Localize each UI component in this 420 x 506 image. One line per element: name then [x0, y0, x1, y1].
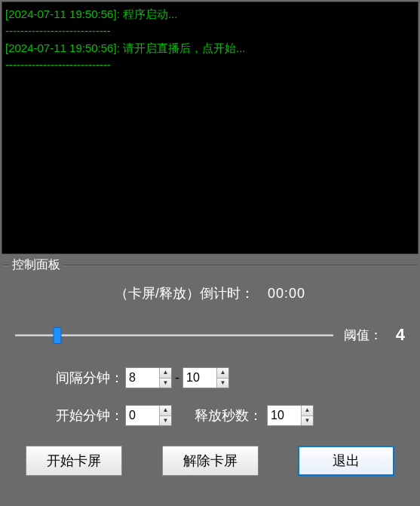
- spin-down-icon[interactable]: ▼: [160, 416, 171, 426]
- countdown-label: （卡屏/释放）倒计时：: [115, 284, 254, 302]
- log-entry: [2024-07-11 19:50:56]: 程序启动...: [5, 7, 415, 22]
- control-panel: 控制面板 （卡屏/释放）倒计时： 00:00 阈值： 4 间隔分钟： ▲ ▼ -…: [3, 259, 417, 500]
- spin-up-icon[interactable]: ▲: [217, 368, 228, 379]
- spin-up-icon[interactable]: ▲: [302, 406, 313, 416]
- interval-label: 间隔分钟：: [56, 369, 125, 387]
- log-timestamp: [2024-07-11 19:50:56]: [5, 41, 117, 54]
- spin-up-icon[interactable]: ▲: [160, 406, 171, 416]
- start-minute-spinner[interactable]: ▲ ▼: [125, 405, 172, 426]
- start-minute-input[interactable]: [126, 406, 159, 425]
- release-seconds-label: 释放秒数：: [195, 406, 267, 425]
- interval-min-input[interactable]: [126, 368, 159, 388]
- threshold-value: 4: [391, 325, 405, 345]
- release-seconds-input[interactable]: [268, 406, 301, 425]
- exit-button[interactable]: 退出: [298, 446, 394, 476]
- threshold-label: 阈值：: [344, 327, 382, 344]
- log-message: 程序启动...: [123, 8, 178, 20]
- release-seconds-spinner[interactable]: ▲ ▼: [267, 405, 314, 426]
- threshold-slider[interactable]: [15, 327, 333, 342]
- panel-title: 控制面板: [9, 257, 63, 273]
- log-separator: ----------------------------: [5, 57, 415, 72]
- interval-max-spinner[interactable]: ▲ ▼: [182, 367, 229, 388]
- spin-down-icon[interactable]: ▼: [302, 416, 313, 426]
- interval-min-spinner[interactable]: ▲ ▼: [125, 367, 172, 388]
- log-entry: [2024-07-11 19:50:56]: 请开启直播后，点开始...: [5, 41, 415, 56]
- spin-up-icon[interactable]: ▲: [160, 368, 171, 379]
- countdown-value: 00:00: [268, 286, 305, 302]
- log-output: [2024-07-11 19:50:56]: 程序启动... ---------…: [2, 2, 418, 254]
- start-freeze-button[interactable]: 开始卡屏: [26, 446, 122, 476]
- log-timestamp: [2024-07-11 19:50:56]: [5, 8, 117, 20]
- log-separator: ----------------------------: [5, 23, 415, 38]
- log-message: 请开启直播后，点开始...: [123, 41, 246, 54]
- spin-down-icon[interactable]: ▼: [160, 379, 171, 388]
- start-minute-label: 开始分钟：: [56, 406, 125, 425]
- range-dash: -: [175, 370, 179, 386]
- interval-max-input[interactable]: [183, 368, 216, 388]
- unfreeze-button[interactable]: 解除卡屏: [162, 446, 259, 476]
- spin-down-icon[interactable]: ▼: [217, 379, 228, 388]
